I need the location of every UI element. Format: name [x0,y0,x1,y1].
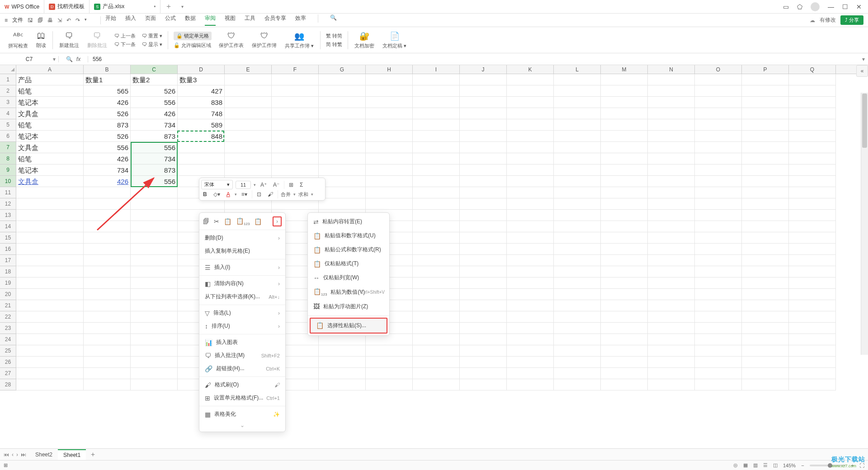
cell[interactable] [366,198,413,210]
cell[interactable] [460,232,507,244]
cell[interactable] [648,277,695,289]
print-preview-icon[interactable]: 🗐 [38,17,43,24]
cell[interactable] [319,153,366,164]
paste-values-icon[interactable]: 📋123 [236,217,250,226]
ribbon-read[interactable]: 🕮 朗读 [33,29,50,51]
ctx-filter[interactable]: ▽筛选(L)› [199,306,285,320]
cell[interactable] [789,232,836,244]
cell[interactable] [601,255,648,266]
cell[interactable] [695,345,742,357]
cell[interactable] [16,357,84,368]
avatar[interactable] [811,2,820,11]
merge-icon[interactable]: ⊞ [287,181,295,189]
cell[interactable] [225,153,272,164]
cell[interactable] [131,255,178,266]
ribbon-next[interactable]: 🗨下一条 [114,41,136,48]
cell[interactable] [460,357,507,368]
cell[interactable] [648,97,695,108]
cell[interactable] [16,345,84,357]
cell[interactable] [507,266,554,277]
fill-color-icon[interactable]: ◇▾ [212,190,222,198]
cell[interactable] [695,255,742,266]
name-box[interactable]: C7 ▾ [0,56,59,62]
cell[interactable] [366,345,413,357]
cell[interactable] [84,300,131,311]
cell[interactable] [695,368,742,379]
cell[interactable] [84,232,131,244]
align-icon[interactable]: ≡▾ [240,190,249,198]
cell[interactable] [695,74,742,85]
cell[interactable] [742,198,789,210]
cell[interactable] [460,244,507,255]
cell[interactable] [507,85,554,97]
ctx-delete[interactable]: 删除(D)› [199,231,285,244]
tab-page[interactable]: 页面 [145,14,156,26]
tab-tools[interactable]: 工具 [245,14,255,26]
cell[interactable] [507,300,554,311]
cell[interactable] [554,85,601,97]
copy-icon[interactable]: 🗐 [203,218,209,225]
col-header[interactable]: P [742,65,789,74]
row-header[interactable]: 19 [0,277,16,289]
cell[interactable] [319,97,366,108]
cell[interactable] [460,187,507,198]
cell[interactable]: 848 [178,131,225,142]
cell[interactable] [742,311,789,323]
cell[interactable]: 556 [131,142,178,153]
cell[interactable] [131,198,178,210]
cell[interactable] [319,131,366,142]
cell[interactable] [601,277,648,289]
cell[interactable] [16,300,84,311]
cell[interactable] [460,153,507,164]
cell[interactable] [695,198,742,210]
cell[interactable] [507,255,554,266]
row-header[interactable]: 15 [0,232,16,244]
cell[interactable] [84,221,131,232]
ribbon-simp[interactable]: 繁 转简 [326,33,342,39]
cell[interactable]: 873 [131,164,178,176]
cell[interactable] [507,311,554,323]
row-headers[interactable]: 1234567891011121314151617181920212223242… [0,74,16,390]
cell[interactable] [554,187,601,198]
cell[interactable] [131,300,178,311]
tab-data[interactable]: 数据 [185,14,196,26]
col-header[interactable]: M [601,65,648,74]
reader-view-icon[interactable]: ☰ [763,462,768,468]
cell[interactable] [225,131,272,142]
cell[interactable] [601,176,648,187]
cell[interactable] [460,311,507,323]
formula-expand-icon[interactable]: ▾ [859,56,868,62]
cell[interactable] [648,187,695,198]
cell[interactable] [84,277,131,289]
row-header[interactable]: 14 [0,221,16,232]
cell[interactable] [601,221,648,232]
cell[interactable] [272,153,319,164]
sheet-tab[interactable]: Sheet2 [30,450,58,460]
cell[interactable] [601,244,648,255]
cell[interactable] [554,210,601,221]
cell[interactable] [554,311,601,323]
cell[interactable] [16,379,84,390]
cloud-sync-icon[interactable]: ☁ [810,17,815,24]
row-header[interactable]: 21 [0,300,16,311]
cell[interactable] [460,255,507,266]
cell[interactable] [789,300,836,311]
cell[interactable] [460,142,507,153]
cell[interactable]: 笔记本 [16,164,84,176]
row-header[interactable]: 12 [0,198,16,210]
row-header[interactable]: 20 [0,289,16,300]
cell[interactable] [413,142,460,153]
sub-paste-special[interactable]: 📋选择性粘贴(S)... [310,318,387,334]
app-tab-current[interactable]: S 产品.xlsx • [90,0,160,13]
col-header[interactable]: K [507,65,554,74]
cell[interactable] [413,379,460,390]
cell[interactable] [554,266,601,277]
cell[interactable] [554,108,601,119]
cell[interactable] [460,74,507,85]
cell[interactable] [742,153,789,164]
cell[interactable] [507,187,554,198]
format-painter-icon[interactable]: 🖌 [266,190,275,198]
sub-only-colw[interactable]: ↔仅粘贴列宽(W) [308,271,389,285]
cell[interactable] [695,311,742,323]
cell[interactable] [695,266,742,277]
